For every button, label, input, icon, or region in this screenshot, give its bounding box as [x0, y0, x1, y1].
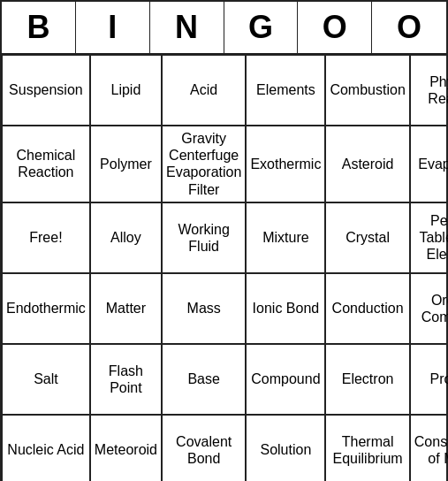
- bingo-card: BINGOO SuspensionLipidAcidElementsCombus…: [0, 0, 448, 481]
- cell-text-31: Meteoroid: [95, 441, 157, 458]
- cell-text-2: Acid: [190, 81, 217, 98]
- cell-text-28: Electron: [342, 370, 394, 387]
- bingo-cell-14: Working Fluid: [162, 202, 246, 273]
- bingo-cell-4: Combustion: [325, 55, 409, 126]
- bingo-cell-27: Compound: [246, 344, 325, 415]
- cell-text-35: Conservation of Matter: [414, 433, 448, 467]
- cell-text-13: Alloy: [110, 229, 141, 246]
- bingo-cell-10: Asteroid: [325, 126, 409, 202]
- bingo-cell-23: Organic Compound: [410, 273, 448, 344]
- bingo-cell-31: Meteoroid: [90, 415, 162, 481]
- bingo-cell-24: Salt: [2, 344, 90, 415]
- bingo-cell-13: Alloy: [90, 202, 162, 273]
- cell-text-8: Gravity Centerfuge Evaporation Filter: [166, 130, 241, 198]
- bingo-cell-7: Polymer: [90, 126, 162, 202]
- cell-text-7: Polymer: [100, 156, 152, 172]
- bingo-cell-19: Matter: [90, 273, 162, 344]
- bingo-cell-22: Conduction: [325, 273, 409, 344]
- bingo-cell-29: Proteins: [410, 344, 448, 415]
- cell-text-10: Asteroid: [342, 156, 394, 172]
- bingo-cell-26: Base: [162, 344, 246, 415]
- header-letter-B-0: B: [2, 2, 76, 53]
- cell-text-21: Ionic Bond: [253, 300, 320, 317]
- bingo-cell-0: Suspension: [2, 55, 90, 126]
- bingo-cell-9: Exothermic: [246, 126, 325, 202]
- header-letter-O-5: O: [372, 2, 446, 53]
- bingo-cell-15: Mixture: [246, 202, 325, 273]
- cell-text-24: Salt: [34, 370, 58, 387]
- cell-text-15: Mixture: [262, 229, 308, 246]
- cell-text-30: Nucleic Acid: [7, 441, 84, 458]
- bingo-cell-1: Lipid: [90, 55, 162, 126]
- header-letter-G-3: G: [224, 2, 299, 53]
- cell-text-26: Base: [187, 370, 219, 387]
- cell-text-19: Matter: [106, 300, 146, 317]
- cell-text-1: Lipid: [111, 81, 141, 98]
- bingo-cell-32: Covalent Bond: [162, 415, 246, 481]
- bingo-grid: SuspensionLipidAcidElementsCombustionPhy…: [2, 55, 446, 481]
- cell-text-32: Covalent Bond: [166, 433, 241, 467]
- cell-text-34: Thermal Equilibrium: [330, 433, 405, 467]
- cell-text-29: Proteins: [430, 370, 448, 387]
- cell-text-20: Mass: [187, 300, 221, 317]
- bingo-cell-34: Thermal Equilibrium: [325, 415, 409, 481]
- bingo-cell-33: Solution: [246, 415, 325, 481]
- cell-text-17: Periodic Table of the Elements: [414, 212, 448, 263]
- bingo-cell-18: Endothermic: [2, 273, 90, 344]
- cell-text-27: Compound: [251, 370, 320, 387]
- cell-text-4: Combustion: [330, 81, 405, 98]
- cell-text-25: Flash Point: [95, 363, 157, 396]
- cell-text-11: Evaporation: [418, 156, 448, 172]
- bingo-cell-12: Free!: [2, 202, 90, 273]
- cell-text-9: Exothermic: [250, 156, 321, 172]
- cell-text-5: Physical Reaction: [414, 73, 448, 107]
- cell-text-0: Suspension: [9, 81, 83, 98]
- cell-text-3: Elements: [256, 81, 315, 98]
- bingo-cell-6: Chemical Reaction: [2, 126, 90, 202]
- cell-text-6: Chemical Reaction: [6, 147, 86, 180]
- cell-text-16: Crystal: [345, 229, 390, 246]
- cell-text-12: Free!: [29, 229, 62, 246]
- cell-text-14: Working Fluid: [166, 221, 241, 255]
- bingo-cell-8: Gravity Centerfuge Evaporation Filter: [162, 126, 246, 202]
- cell-text-22: Conduction: [332, 300, 404, 317]
- bingo-cell-21: Ionic Bond: [246, 273, 325, 344]
- cell-text-33: Solution: [260, 441, 311, 458]
- bingo-cell-17: Periodic Table of the Elements: [410, 202, 448, 273]
- header-letter-I-1: I: [76, 2, 150, 53]
- bingo-cell-3: Elements: [246, 55, 325, 126]
- bingo-cell-20: Mass: [162, 273, 246, 344]
- bingo-cell-16: Crystal: [325, 202, 409, 273]
- bingo-cell-2: Acid: [162, 55, 246, 126]
- bingo-header: BINGOO: [2, 2, 446, 55]
- header-letter-O-4: O: [298, 2, 372, 53]
- bingo-cell-25: Flash Point: [90, 344, 162, 415]
- cell-text-18: Endothermic: [6, 300, 86, 317]
- bingo-cell-11: Evaporation: [410, 126, 448, 202]
- bingo-cell-28: Electron: [325, 344, 409, 415]
- bingo-cell-5: Physical Reaction: [410, 55, 448, 126]
- header-letter-N-2: N: [150, 2, 224, 53]
- cell-text-23: Organic Compound: [414, 292, 448, 325]
- bingo-cell-35: Conservation of Matter: [410, 415, 448, 481]
- bingo-cell-30: Nucleic Acid: [2, 415, 90, 481]
